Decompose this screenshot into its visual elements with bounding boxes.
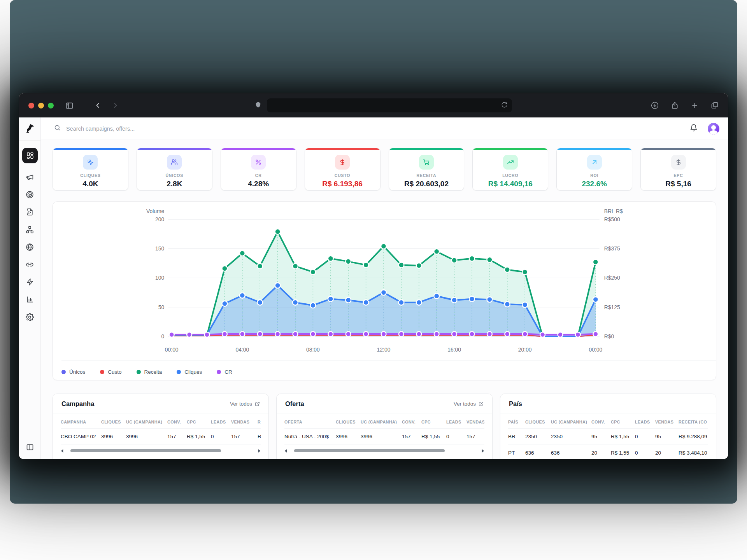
new-tab-icon[interactable]: [691, 102, 698, 109]
svg-text:20:00: 20:00: [518, 346, 532, 353]
trend-up-icon: [503, 155, 518, 170]
kpi-card[interactable]: ROI 232.6%: [556, 148, 632, 191]
reload-icon[interactable]: [502, 102, 507, 109]
dollar-icon: [671, 155, 686, 170]
kpi-value: 4.0K: [82, 180, 98, 188]
svg-text:BRL R$: BRL R$: [604, 208, 623, 214]
legend-item[interactable]: Cliques: [177, 369, 202, 375]
target-icon[interactable]: [25, 190, 35, 199]
legend-item[interactable]: Únicos: [61, 369, 85, 375]
minimize-button[interactable]: [38, 103, 44, 108]
kpi-label: CUSTO: [335, 173, 351, 178]
kpi-accent-bar: [641, 148, 716, 150]
column-header: LEADS: [635, 420, 655, 424]
sidebar-nav: [19, 141, 40, 443]
tab-overview-icon[interactable]: [711, 102, 719, 109]
close-button[interactable]: [28, 103, 34, 108]
legend-item[interactable]: Receita: [137, 369, 162, 375]
legend-label: Únicos: [69, 369, 85, 375]
svg-text:50: 50: [158, 304, 165, 310]
sidebar-collapse-icon[interactable]: [26, 443, 34, 459]
scrollbar-thumb[interactable]: [294, 449, 445, 452]
scroll-right-icon[interactable]: [481, 449, 484, 453]
column-header: RECEITA (CO: [679, 420, 708, 424]
user-avatar[interactable]: [708, 123, 719, 135]
svg-text:0: 0: [161, 333, 165, 340]
left-axis: Volume050100150200: [146, 208, 165, 340]
kpi-card[interactable]: CUSTO R$ 6.193,86: [305, 148, 381, 191]
share-icon[interactable]: [671, 102, 679, 109]
scrollbar-thumb[interactable]: [70, 449, 221, 452]
sitemap-icon[interactable]: [25, 225, 35, 234]
link-icon[interactable]: [25, 260, 35, 269]
kpi-value: 2.8K: [167, 180, 182, 188]
kpi-card[interactable]: LUCRO R$ 14.409,16: [472, 148, 548, 191]
kpi-card[interactable]: RECEITA R$ 20.603,02: [389, 148, 465, 191]
campanha-hscrollbar: [61, 448, 261, 453]
svg-text:R$250: R$250: [604, 275, 620, 281]
column-header: R: [258, 420, 261, 424]
settings-icon[interactable]: [25, 312, 35, 322]
search-input[interactable]: Search campaigns, offers...: [54, 124, 690, 133]
svg-text:150: 150: [155, 245, 164, 252]
legend-label: Custo: [108, 369, 121, 375]
legend-item[interactable]: Custo: [100, 369, 121, 375]
kpi-accent-bar: [53, 148, 128, 150]
grid-icon[interactable]: [22, 148, 38, 163]
kpi-card[interactable]: EPC R$ 5,16: [640, 148, 716, 191]
globe-icon[interactable]: [25, 242, 35, 252]
kpi-label: EPC: [674, 173, 683, 178]
oferta-title: Oferta: [285, 400, 304, 408]
campanha-ver-todos-link[interactable]: Ver todos: [230, 401, 260, 407]
kpi-card[interactable]: ÚNICOS 2.8K: [137, 148, 212, 191]
scroll-right-icon[interactable]: [257, 449, 261, 453]
external-link-icon: [255, 401, 260, 406]
scroll-left-icon[interactable]: [61, 449, 64, 453]
column-header: CPC: [421, 420, 446, 424]
app-topbar: Search campaigns, offers...: [41, 117, 728, 140]
megaphone-icon[interactable]: [25, 172, 35, 182]
kpi-label: LUCRO: [502, 173, 518, 178]
arrow-up-right-icon: [587, 155, 602, 170]
download-icon[interactable]: [651, 102, 659, 109]
scroll-left-icon[interactable]: [284, 449, 288, 453]
svg-text:16:00: 16:00: [447, 346, 461, 353]
pais-row[interactable]: BR2350235095R$ 1,55095R$ 9.288,09: [508, 429, 708, 445]
browser-chrome: [19, 93, 728, 117]
search-icon: [54, 124, 61, 133]
privacy-shield-icon[interactable]: [255, 101, 261, 110]
percent-icon: [251, 155, 266, 170]
forward-icon[interactable]: [112, 102, 119, 109]
app-shell: Search campaigns, offers...: [19, 117, 728, 459]
svg-text:R$125: R$125: [604, 304, 620, 310]
url-bar[interactable]: [267, 98, 512, 112]
kpi-card[interactable]: CLIQUES 4.0K: [53, 148, 128, 191]
svg-text:08:00: 08:00: [306, 346, 320, 353]
column-header: OFERTA: [284, 420, 336, 424]
oferta-row[interactable]: Nutra - USA - 200$39963996157R$ 1,550157: [284, 429, 484, 445]
campanha-card: Campanha Ver todos CAMPANHACLIQUESUC (CA…: [53, 394, 269, 459]
kpi-label: ROI: [590, 173, 598, 178]
campanha-row[interactable]: CBO CAMP 0239963996157R$ 1,550157R: [61, 429, 261, 445]
legend-label: Cliques: [184, 369, 202, 375]
zoom-button[interactable]: [48, 103, 54, 108]
column-header: CONV.: [167, 420, 187, 424]
legend-item[interactable]: CR: [217, 369, 232, 375]
column-header: CPC: [611, 420, 635, 424]
app-logo: [19, 117, 40, 141]
oferta-ver-todos-link[interactable]: Ver todos: [454, 401, 484, 407]
column-header: UC (CAMPANHA): [551, 420, 591, 424]
column-header: VENDAS: [231, 420, 258, 424]
back-icon[interactable]: [94, 102, 102, 109]
kpi-value: R$ 6.193,86: [322, 180, 363, 188]
kpi-value: 4.28%: [248, 180, 269, 188]
column-header: CPC: [187, 420, 211, 424]
sidebar-toggle-icon[interactable]: [65, 102, 74, 110]
code-file-icon[interactable]: [25, 207, 35, 217]
kpi-value: 232.6%: [582, 180, 607, 188]
kpi-card[interactable]: CR 4.28%: [221, 148, 296, 191]
pais-row[interactable]: PT63663620R$ 1,55020R$ 3.484,10: [508, 445, 708, 459]
bar-chart-icon[interactable]: [25, 295, 35, 304]
lightning-icon[interactable]: [25, 277, 35, 287]
notifications-bell-icon[interactable]: [690, 124, 698, 133]
